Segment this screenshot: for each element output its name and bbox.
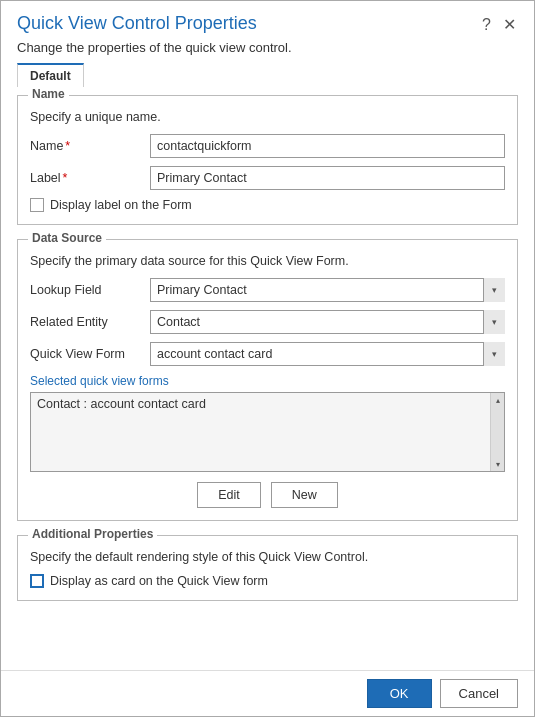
related-entity-select[interactable]: Contact <box>150 310 505 334</box>
related-entity-label: Related Entity <box>30 315 150 329</box>
dialog-content: Default Name Specify a unique name. Name… <box>1 63 534 670</box>
name-required-star: * <box>65 139 70 153</box>
qvf-list-scrollbar: ▴ ▾ <box>490 393 504 471</box>
additional-section: Additional Properties Specify the defaul… <box>17 535 518 601</box>
additional-desc: Specify the default rendering style of t… <box>30 550 505 564</box>
display-label-text: Display label on the Form <box>50 198 192 212</box>
datasource-section: Data Source Specify the primary data sou… <box>17 239 518 521</box>
dialog-title-actions: ? ✕ <box>480 15 518 34</box>
display-label-checkbox[interactable] <box>30 198 44 212</box>
edit-button[interactable]: Edit <box>197 482 261 508</box>
card-checkbox[interactable] <box>30 574 44 588</box>
name-field-row: Name* <box>30 134 505 158</box>
dialog-footer: OK Cancel <box>1 670 534 716</box>
label-required-star: * <box>63 171 68 185</box>
additional-legend: Additional Properties <box>28 527 157 541</box>
lookup-field-row: Lookup Field Primary Contact ▾ <box>30 278 505 302</box>
label-field-row: Label* <box>30 166 505 190</box>
display-label-checkbox-row: Display label on the Form <box>30 198 505 212</box>
name-section-legend: Name <box>28 87 69 101</box>
ok-button[interactable]: OK <box>367 679 432 708</box>
new-button[interactable]: New <box>271 482 338 508</box>
name-input[interactable] <box>150 134 505 158</box>
name-label: Name* <box>30 139 150 153</box>
name-section-desc: Specify a unique name. <box>30 110 505 124</box>
selected-qvf-label: Selected quick view forms <box>30 374 505 388</box>
tabs-bar: Default <box>17 63 518 87</box>
related-entity-select-wrapper: Contact ▾ <box>150 310 505 334</box>
card-checkbox-row: Display as card on the Quick View form <box>30 574 505 588</box>
datasource-legend: Data Source <box>28 231 106 245</box>
qvf-scroll-up-btn[interactable]: ▴ <box>491 393 505 407</box>
selected-qvf-list: Contact : account contact card <box>31 393 504 415</box>
name-section: Name Specify a unique name. Name* Label*… <box>17 95 518 225</box>
quick-view-form-select-wrapper: account contact card ▾ <box>150 342 505 366</box>
quick-view-dialog: Quick View Control Properties ? ✕ Change… <box>0 0 535 717</box>
card-checkbox-label: Display as card on the Quick View form <box>50 574 268 588</box>
lookup-field-label: Lookup Field <box>30 283 150 297</box>
dialog-titlebar: Quick View Control Properties ? ✕ <box>1 1 534 40</box>
qvf-scroll-down-btn[interactable]: ▾ <box>491 457 505 471</box>
dialog-subtitle: Change the properties of the quick view … <box>1 40 534 63</box>
lookup-field-select-wrapper: Primary Contact ▾ <box>150 278 505 302</box>
dialog-title: Quick View Control Properties <box>17 13 257 34</box>
cancel-button[interactable]: Cancel <box>440 679 518 708</box>
help-button[interactable]: ? <box>480 16 493 34</box>
datasource-desc: Specify the primary data source for this… <box>30 254 505 268</box>
label-input[interactable] <box>150 166 505 190</box>
qvf-list-item: Contact : account contact card <box>37 397 498 411</box>
close-button[interactable]: ✕ <box>501 15 518 34</box>
tab-default[interactable]: Default <box>17 63 84 87</box>
quick-view-form-row: Quick View Form account contact card ▾ <box>30 342 505 366</box>
label-label: Label* <box>30 171 150 185</box>
quick-view-form-label: Quick View Form <box>30 347 150 361</box>
quick-view-form-select[interactable]: account contact card <box>150 342 505 366</box>
selected-qvf-list-wrapper: Contact : account contact card ▴ ▾ <box>30 392 505 472</box>
related-entity-row: Related Entity Contact ▾ <box>30 310 505 334</box>
lookup-field-select[interactable]: Primary Contact <box>150 278 505 302</box>
edit-new-btn-row: Edit New <box>30 482 505 508</box>
